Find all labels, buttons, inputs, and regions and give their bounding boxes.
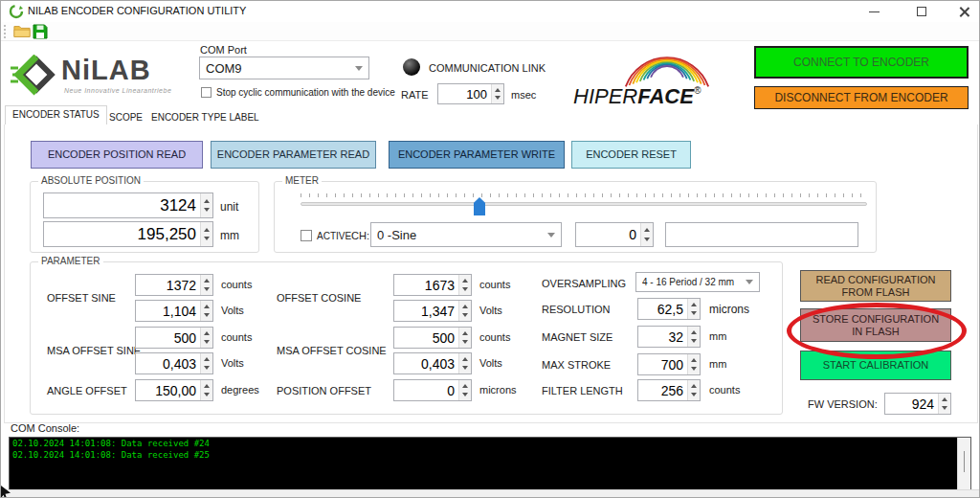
offset-sine-volts-spinner[interactable]: 1,104	[135, 300, 213, 322]
encoder-position-read-button[interactable]: ENCODER POSITION READ	[31, 141, 203, 169]
toolbar	[1, 22, 979, 41]
parameter-title: PARAMETER	[38, 256, 103, 266]
title-bar: NILAB ENCODER CONFIGURATION UTILITY	[1, 1, 979, 22]
filter-length-arrows[interactable]	[687, 380, 700, 400]
meter-value-arrows[interactable]	[640, 223, 653, 246]
offset-cosine-counts-spinner[interactable]: 1673	[393, 274, 472, 296]
com-port-value: COM9	[206, 61, 242, 76]
msa-offset-cosine-counts-arrows[interactable]	[458, 328, 471, 348]
meter-active-checkbox[interactable]	[301, 230, 312, 241]
toolbar-grip	[4, 25, 6, 38]
meter-channel-select[interactable]: 0 -Sine	[370, 222, 562, 247]
max-stroke-spinner[interactable]: 700	[637, 353, 701, 375]
tab-encoder-status[interactable]: ENCODER STATUS	[5, 105, 107, 124]
connect-to-encoder-button[interactable]: CONNECT TO ENCODER	[754, 46, 969, 79]
magnet-size-unit: mm	[709, 330, 726, 342]
offset-cosine-volts-arrows[interactable]	[458, 301, 471, 321]
msa-offset-cosine-volts-unit: Volts	[479, 357, 502, 369]
offset-cosine-counts-arrows[interactable]	[458, 275, 471, 295]
close-icon	[959, 7, 969, 17]
absolute-position-mm-label: mm	[220, 229, 239, 242]
save-file-button[interactable]	[33, 24, 48, 39]
offset-sine-counts-unit: counts	[221, 279, 252, 290]
magnet-size-spinner[interactable]: 32	[637, 326, 701, 348]
fw-version-label: FW VERSION:	[808, 398, 878, 410]
meter-value: 0	[576, 227, 640, 242]
meter-extra-field[interactable]	[665, 222, 858, 247]
absolute-position-title: ABSOLUTE POSITION	[38, 175, 144, 186]
minimize-icon	[869, 11, 880, 12]
nilab-logo-icon	[11, 55, 58, 99]
msa-offset-sine-counts-arrows[interactable]	[200, 328, 212, 348]
offset-sine-counts-spinner[interactable]: 1372	[135, 274, 213, 296]
msa-offset-cosine-volts-arrows[interactable]	[458, 353, 471, 374]
window-title: NILAB ENCODER CONFIGURATION UTILITY	[28, 5, 246, 16]
encoder-reset-button[interactable]: ENCODER RESET	[571, 141, 691, 169]
app-icon	[9, 4, 24, 19]
meter-value-spinner[interactable]: 0	[575, 222, 654, 247]
msa-offset-cosine-volts-spinner[interactable]: 0,403	[393, 352, 472, 374]
filter-length-value: 256	[638, 383, 687, 398]
msa-offset-sine-volts-arrows[interactable]	[200, 353, 212, 374]
absolute-position-unit-arrows[interactable]	[200, 193, 212, 217]
resolution-spinner[interactable]: 62,5	[637, 298, 701, 320]
msa-offset-sine-counts-spinner[interactable]: 500	[135, 327, 213, 349]
tab-scope[interactable]: SCOPE	[102, 109, 149, 124]
rate-unit-label: msec	[511, 89, 536, 101]
minimize-button[interactable]	[859, 3, 888, 20]
maximize-button[interactable]	[907, 3, 936, 20]
read-configuration-from-flash-button[interactable]: READ CONFIGURATION FROM FLASH	[800, 270, 951, 302]
com-port-select[interactable]: COM9	[199, 57, 369, 79]
rate-spinner[interactable]: 100	[437, 83, 504, 104]
msa-offset-cosine-volts-value: 0,403	[394, 356, 458, 372]
absolute-position-mm-spinner[interactable]: 195,250	[43, 221, 213, 247]
offset-cosine-counts-unit: counts	[479, 279, 510, 290]
max-stroke-arrows[interactable]	[687, 354, 700, 374]
meter-active-label: ACTIVE	[317, 231, 351, 241]
resolution-unit: microns	[709, 303, 749, 316]
offset-sine-counts-arrows[interactable]	[200, 275, 212, 295]
tab-encoder-type-label[interactable]: ENCODER TYPE LABEL	[145, 109, 266, 124]
msa-offset-cosine-counts-spinner[interactable]: 500	[393, 327, 472, 349]
msa-offset-sine-volts-spinner[interactable]: 0,403	[135, 352, 213, 374]
hiperface-logo: HIPERFACE®	[571, 44, 753, 107]
angle-offset-spinner[interactable]: 150,00	[135, 379, 213, 401]
position-offset-arrows[interactable]	[458, 380, 471, 400]
console-line: 02.10.2024 14:01:08: Data received #24	[10, 438, 970, 449]
meter-slider-track[interactable]	[301, 202, 867, 206]
absolute-position-mm-arrows[interactable]	[200, 222, 212, 246]
offset-cosine-counts-value: 1673	[394, 278, 458, 293]
resolution-arrows[interactable]	[687, 299, 700, 319]
encoder-parameter-write-button[interactable]: ENCODER PARAMETER WRITE	[389, 141, 565, 169]
filter-length-spinner[interactable]: 256	[637, 379, 701, 401]
store-configuration-in-flash-button[interactable]: STORE CONFIGURATION IN FLASH	[800, 308, 951, 342]
close-button[interactable]	[949, 3, 978, 20]
magnet-size-arrows[interactable]	[687, 327, 700, 347]
stop-cyclic-label: Stop cyclic communication with the devic…	[216, 87, 395, 98]
console-scrollbar[interactable]	[957, 438, 970, 490]
communication-link-led	[403, 58, 420, 76]
app-window: NILAB ENCODER CONFIGURATION UTILITY NiLA…	[0, 0, 980, 498]
fw-version-value: 924	[885, 396, 938, 412]
rate-value: 100	[438, 87, 491, 102]
tab-strip: ENCODER STATUS SCOPE ENCODER TYPE LABEL	[1, 107, 979, 124]
absolute-position-unit-spinner[interactable]: 3124	[43, 192, 213, 218]
position-offset-spinner[interactable]: 0	[393, 379, 472, 401]
fw-version-arrows[interactable]	[938, 394, 950, 414]
max-stroke-label: MAX STROKE	[542, 359, 611, 371]
oversampling-select[interactable]: 4 - 16 Period / 32 mm	[635, 272, 760, 292]
encoder-parameter-read-button[interactable]: ENCODER PARAMETER READ	[211, 141, 376, 169]
start-calibration-button[interactable]: START CALIBRATION	[800, 351, 951, 380]
offset-sine-volts-arrows[interactable]	[200, 301, 212, 321]
angle-offset-label: ANGLE OFFSET	[47, 385, 127, 396]
disconnect-from-encoder-button[interactable]: DISCONNECT FROM ENCODER	[754, 86, 969, 109]
console-scrollbar-thumb[interactable]	[964, 451, 965, 472]
com-console[interactable]: 02.10.2024 14:01:08: Data received #24 0…	[9, 437, 971, 491]
stop-cyclic-checkbox[interactable]	[201, 87, 212, 98]
offset-cosine-volts-spinner[interactable]: 1,347	[393, 300, 472, 322]
rate-spinner-arrows[interactable]	[491, 84, 503, 103]
open-file-button[interactable]	[13, 24, 31, 39]
fw-version-spinner[interactable]: 924	[884, 393, 951, 415]
angle-offset-arrows[interactable]	[200, 380, 212, 400]
absolute-position-unit-value: 3124	[44, 196, 200, 215]
